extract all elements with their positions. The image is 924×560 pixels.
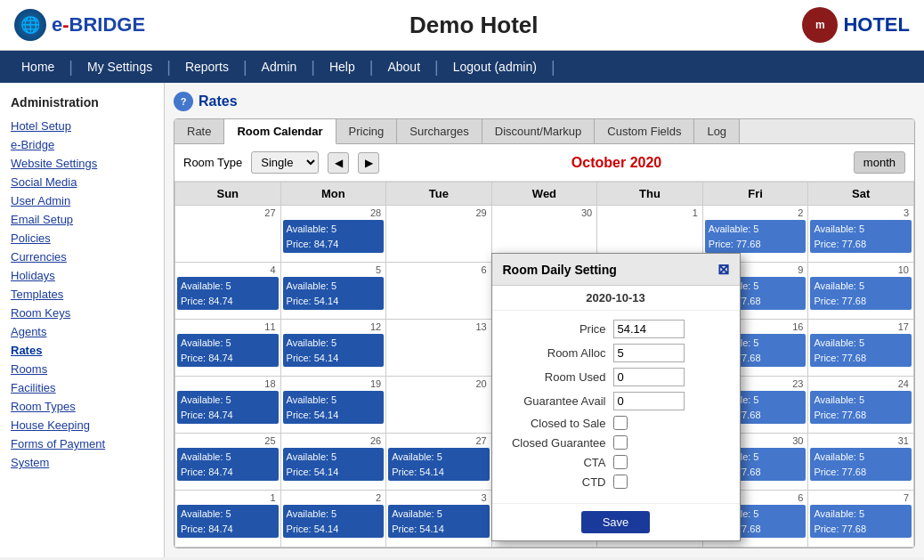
day-cell[interactable]: Available: 5 Price: 84.74 <box>177 277 279 310</box>
sidebar-item-email-setup[interactable]: Email Setup <box>0 210 164 229</box>
sidebar-item-agents[interactable]: Agents <box>0 322 164 341</box>
sidebar-item-system[interactable]: System <box>0 453 164 472</box>
tab-room-calendar[interactable]: Room Calendar <box>224 119 336 144</box>
day-number: 2 <box>283 492 385 503</box>
page-title: Rates <box>199 93 238 110</box>
modal-header: Room Daily Setting ⊠ <box>492 254 740 286</box>
calendar-cell-0-1[interactable]: 28Available: 5 Price: 84.74 <box>280 206 386 263</box>
day-cell[interactable]: Available: 5 Price: 77.68 <box>810 220 912 253</box>
day-cell[interactable]: Available: 5 Price: 84.74 <box>177 334 279 367</box>
day-cell[interactable]: Available: 5 Price: 77.68 <box>810 277 912 310</box>
sidebar-item-rates[interactable]: Rates <box>0 341 164 360</box>
sidebar-item-facilities[interactable]: Facilities <box>0 378 164 397</box>
calendar-cell-3-0[interactable]: 18Available: 5 Price: 84.74 <box>175 377 281 434</box>
sidebar-item-holidays[interactable]: Holidays <box>0 266 164 285</box>
tab-discount-markup[interactable]: Discount/Markup <box>482 119 596 143</box>
page-help-icon: ? <box>174 92 193 111</box>
day-cell[interactable]: Available: 5 Price: 84.74 <box>177 448 279 481</box>
tab-surcharges[interactable]: Surcharges <box>397 119 482 143</box>
tab-rate[interactable]: Rate <box>174 119 224 143</box>
view-month-button[interactable]: month <box>854 151 905 174</box>
day-cell[interactable]: Available: 5 Price: 84.74 <box>177 505 279 538</box>
calendar-cell-2-0[interactable]: 11Available: 5 Price: 84.74 <box>175 320 281 377</box>
sidebar-item-forms-of-payment[interactable]: Forms of Payment <box>0 434 164 453</box>
sidebar-item-hotel-setup[interactable]: Hotel Setup <box>0 117 164 135</box>
ctd-checkbox[interactable] <box>613 475 628 489</box>
calendar-cell-0-0[interactable]: 27 <box>175 206 281 263</box>
calendar-cell-0-2[interactable]: 29 <box>386 206 492 263</box>
calendar-cell-4-2[interactable]: 27Available: 5 Price: 54.14 <box>386 434 492 491</box>
nav-admin[interactable]: Admin <box>247 51 312 83</box>
prev-month-button[interactable]: ◀ <box>328 152 349 174</box>
calendar-cell-3-1[interactable]: 19Available: 5 Price: 54.14 <box>280 377 386 434</box>
nav-logout[interactable]: Logout (admin) <box>439 51 551 83</box>
calendar-cell-5-1[interactable]: 2Available: 5 Price: 54.14 <box>280 491 386 548</box>
day-cell[interactable]: Available: 5 Price: 77.68 <box>810 505 912 538</box>
tab-log[interactable]: Log <box>694 119 740 143</box>
hotel-logo-icon: m <box>802 7 838 43</box>
day-cell[interactable]: Available: 5 Price: 54.14 <box>283 334 385 367</box>
sidebar-item-rooms[interactable]: Rooms <box>0 360 164 378</box>
sidebar-item-house-keeping[interactable]: House Keeping <box>0 416 164 434</box>
calendar-cell-3-6[interactable]: 24Available: 5 Price: 77.68 <box>808 377 914 434</box>
nav-about[interactable]: About <box>373 51 434 83</box>
logo-left: 🌐 e-BRIDGE <box>14 9 145 41</box>
room-used-input[interactable] <box>613 368 685 386</box>
calendar-cell-1-0[interactable]: 4Available: 5 Price: 84.74 <box>175 263 281 320</box>
calendar-cell-3-2[interactable]: 20 <box>386 377 492 434</box>
sidebar-item-website-settings[interactable]: Website Settings <box>0 154 164 173</box>
day-cell[interactable]: Available: 5 Price: 54.14 <box>388 448 490 481</box>
day-cell[interactable]: Available: 5 Price: 54.14 <box>283 448 385 481</box>
calendar-cell-5-2[interactable]: 3Available: 5 Price: 54.14 <box>386 491 492 548</box>
day-cell[interactable]: Available: 5 Price: 54.14 <box>388 505 490 538</box>
day-cell[interactable]: Available: 5 Price: 77.68 <box>810 448 912 481</box>
day-cell[interactable]: Available: 5 Price: 84.74 <box>283 220 385 253</box>
day-cell[interactable]: Available: 5 Price: 77.68 <box>810 334 912 367</box>
calendar-cell-0-6[interactable]: 3Available: 5 Price: 77.68 <box>808 206 914 263</box>
day-cell[interactable]: Available: 5 Price: 84.74 <box>177 391 279 424</box>
guarantee-avail-input[interactable] <box>613 392 685 410</box>
room-type-select[interactable]: Single Double Suite Twin <box>251 151 319 174</box>
room-alloc-input[interactable] <box>613 344 685 362</box>
sidebar-item-room-keys[interactable]: Room Keys <box>0 304 164 322</box>
sidebar-item-room-types[interactable]: Room Types <box>0 397 164 416</box>
nav-my-settings[interactable]: My Settings <box>73 51 166 83</box>
day-cell[interactable]: Available: 5 Price: 54.14 <box>283 277 385 310</box>
nav-home[interactable]: Home <box>7 51 69 83</box>
calendar-cell-1-2[interactable]: 6 <box>386 263 492 320</box>
tab-custom-fields[interactable]: Custom Fields <box>595 119 694 143</box>
day-cell[interactable]: Available: 5 Price: 54.14 <box>283 505 385 538</box>
calendar-cell-1-1[interactable]: 5Available: 5 Price: 54.14 <box>280 263 386 320</box>
sidebar-item-currencies[interactable]: Currencies <box>0 248 164 266</box>
next-month-button[interactable]: ▶ <box>358 152 379 174</box>
day-number: 12 <box>283 321 385 332</box>
day-cell[interactable]: Available: 5 Price: 54.14 <box>283 391 385 424</box>
sidebar-item-templates[interactable]: Templates <box>0 285 164 304</box>
sidebar-item-user-admin[interactable]: User Admin <box>0 191 164 210</box>
save-button[interactable]: Save <box>581 511 651 533</box>
tab-pricing[interactable]: Pricing <box>336 119 398 143</box>
calendar-cell-4-1[interactable]: 26Available: 5 Price: 54.14 <box>280 434 386 491</box>
closed-guarantee-checkbox[interactable] <box>613 435 628 450</box>
closed-to-sale-checkbox[interactable] <box>613 416 628 430</box>
day-cell[interactable]: Available: 5 Price: 77.68 <box>705 220 806 253</box>
calendar-cell-2-1[interactable]: 12Available: 5 Price: 54.14 <box>280 320 386 377</box>
sidebar-item-social-media[interactable]: Social Media <box>0 173 164 191</box>
modal-close-button[interactable]: ⊠ <box>717 261 729 278</box>
day-cell[interactable]: Available: 5 Price: 77.68 <box>810 391 912 424</box>
nav-reports[interactable]: Reports <box>171 51 243 83</box>
calendar-cell-2-6[interactable]: 17Available: 5 Price: 77.68 <box>808 320 914 377</box>
price-input[interactable] <box>613 320 685 338</box>
calendar-cell-2-2[interactable]: 13 <box>386 320 492 377</box>
calendar-cell-4-6[interactable]: 31Available: 5 Price: 77.68 <box>808 434 914 491</box>
cta-checkbox[interactable] <box>613 455 628 469</box>
nav-help[interactable]: Help <box>315 51 369 83</box>
calendar-cell-5-0[interactable]: 1Available: 5 Price: 84.74 <box>175 491 281 548</box>
calendar-cell-5-6[interactable]: 7Available: 5 Price: 77.68 <box>808 491 914 548</box>
sidebar-item-ebridge[interactable]: e-Bridge <box>0 135 164 154</box>
room-type-label: Room Type <box>183 156 242 169</box>
calendar-cell-1-6[interactable]: 10Available: 5 Price: 77.68 <box>808 263 914 320</box>
sidebar-item-policies[interactable]: Policies <box>0 229 164 248</box>
calendar-cell-4-0[interactable]: 25Available: 5 Price: 84.74 <box>175 434 281 491</box>
day-number: 11 <box>177 321 279 332</box>
